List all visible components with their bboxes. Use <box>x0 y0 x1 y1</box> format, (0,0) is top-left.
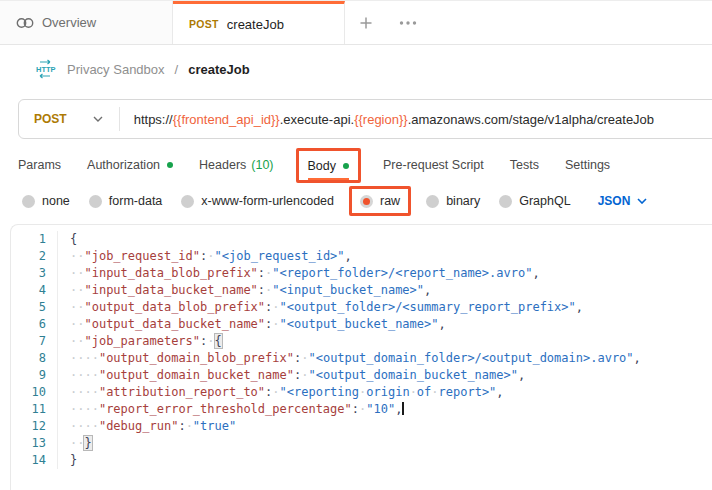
request-tabs: ParamsAuthorizationHeaders(10)BodyPre-re… <box>0 146 712 184</box>
request-url-bar: POST https://{{frontend_api_id}}.execute… <box>18 99 712 139</box>
whitespace-dots: ·· <box>70 266 84 280</box>
whitespace-dots: · <box>272 317 279 331</box>
ellipsis-icon <box>399 21 417 25</box>
modified-indicator-dot <box>167 162 173 168</box>
code-line: 6··"output_data_bucket_name":·"<output_b… <box>11 316 712 333</box>
json-key: "input_data_bucket_name" <box>84 283 257 297</box>
code-content: ····"output_domain_blob_prefix":·"<outpu… <box>57 350 641 367</box>
request-tab-authorization[interactable]: Authorization <box>87 158 173 172</box>
json-value: origin <box>366 385 409 399</box>
request-tab-label: Headers <box>199 158 246 172</box>
language-dropdown[interactable]: JSON <box>598 194 648 208</box>
code-content: ··"output_data_bucket_name":·"<output_bu… <box>57 316 446 333</box>
json-key: "output_domain_blob_prefix" <box>99 351 294 365</box>
whitespace-dots: ·· <box>70 436 84 450</box>
code-line: 12····"debug_run":·"true" <box>11 418 712 435</box>
json-punctuation: , <box>532 266 539 280</box>
modified-indicator-dot <box>343 163 349 169</box>
request-tab-body[interactable]: Body <box>308 159 350 173</box>
postman-request-window: Overview POST createJob <box>0 0 712 490</box>
code-content: ··"input_data_blob_prefix":·"<report_fol… <box>57 265 540 282</box>
json-punctuation: { <box>70 232 77 246</box>
json-key: "attribution_report_to" <box>99 385 265 399</box>
body-type-x-www-form-urlencoded[interactable]: x-www-form-urlencoded <box>181 194 334 208</box>
json-key: "output_data_blob_prefix" <box>84 300 265 314</box>
whitespace-dots: · <box>272 300 279 314</box>
body-editor[interactable]: 1{2··"job_request_id":·"<job_request_id>… <box>10 224 712 490</box>
breadcrumb-separator: / <box>175 62 179 77</box>
json-value: "<output_domain_bucket_name>" <box>308 368 518 382</box>
body-type-graphql[interactable]: GraphQL <box>499 194 570 208</box>
json-value: "true" <box>193 419 236 433</box>
body-type-form-data[interactable]: form-data <box>89 194 163 208</box>
json-key: "report_error_threshold_percentage" <box>99 402 352 416</box>
code-content: } <box>57 452 77 469</box>
json-value: report>" <box>439 385 497 399</box>
whitespace-dots: ···· <box>70 351 99 365</box>
line-number: 5 <box>11 299 57 316</box>
json-key: "job_request_id" <box>84 249 200 263</box>
code-content: ··"job_parameters":·{ <box>57 333 222 350</box>
code-line: 10····"attribution_report_to":·"<reporti… <box>11 384 712 401</box>
url-text-segment: .amazonaws.com/stage/v1alpha/createJob <box>408 112 654 127</box>
radio-icon <box>22 195 35 208</box>
code-line: 1{ <box>11 231 712 248</box>
request-tab-label: Tests <box>510 158 539 172</box>
request-tab-params[interactable]: Params <box>18 158 61 172</box>
line-number: 6 <box>11 316 57 333</box>
json-punctuation: , <box>345 249 352 263</box>
whitespace-dots: · <box>410 385 417 399</box>
url-divider <box>119 107 120 131</box>
code-content: { <box>57 231 77 248</box>
json-punctuation: } <box>70 453 77 467</box>
body-type-label: none <box>42 194 70 208</box>
tab-overview[interactable]: Overview <box>0 1 173 44</box>
body-type-label: form-data <box>109 194 163 208</box>
active-tab-underline <box>308 178 350 180</box>
method-dropdown[interactable]: POST <box>19 112 119 126</box>
json-punctuation: : <box>258 266 265 280</box>
code-line: 2··"job_request_id":·"<job_request_id>", <box>11 248 712 265</box>
json-value: "<output_bucket_name>" <box>280 317 439 331</box>
radio-icon <box>499 195 512 208</box>
whitespace-dots: ·· <box>70 300 84 314</box>
breadcrumb-request-name[interactable]: createJob <box>188 62 249 77</box>
body-type-raw[interactable]: raw <box>360 194 400 208</box>
radio-selected-icon <box>360 195 373 208</box>
code-content: ····"attribution_report_to":·"<reporting… <box>57 384 504 401</box>
line-number: 14 <box>11 452 57 469</box>
whitespace-dots: ·· <box>70 249 84 263</box>
code-content: ··"job_request_id":·"<job_request_id>", <box>57 248 352 265</box>
line-number: 8 <box>11 350 57 367</box>
request-tab-pre-request-script[interactable]: Pre-request Script <box>383 158 484 172</box>
json-value: "<output_domain_folder>/<output_domain>.… <box>308 351 633 365</box>
whitespace-dots: ·· <box>70 283 84 297</box>
tab-method-badge: POST <box>189 18 219 30</box>
annotation-highlight-raw-radio: raw <box>349 186 411 216</box>
whitespace-dots: · <box>207 334 214 348</box>
url-template-variable: {{region}} <box>354 112 408 127</box>
body-type-none[interactable]: none <box>22 194 70 208</box>
breadcrumb-collection[interactable]: Privacy Sandbox <box>67 62 165 77</box>
language-dropdown-value: JSON <box>598 194 631 208</box>
json-brace-matched: } <box>84 436 91 450</box>
request-tab-settings[interactable]: Settings <box>565 158 610 172</box>
code-line: 14} <box>11 452 712 469</box>
line-number: 7 <box>11 333 57 350</box>
url-input[interactable]: https://{{frontend_api_id}}.execute-api.… <box>134 112 654 127</box>
request-tab-tests[interactable]: Tests <box>510 158 539 172</box>
more-options-button[interactable] <box>387 1 429 44</box>
line-number: 11 <box>11 401 57 418</box>
body-type-label: GraphQL <box>519 194 570 208</box>
request-tab-headers[interactable]: Headers(10) <box>199 158 273 172</box>
line-number: 4 <box>11 282 57 299</box>
text-cursor <box>402 402 404 415</box>
body-type-binary[interactable]: binary <box>426 194 480 208</box>
tab-create-job[interactable]: POST createJob <box>173 1 345 44</box>
json-key: "output_domain_bucket_name" <box>99 368 294 382</box>
line-number: 13 <box>11 435 57 452</box>
whitespace-dots: ···· <box>70 402 99 416</box>
line-number: 1 <box>11 231 57 248</box>
json-punctuation: : <box>178 419 185 433</box>
new-tab-button[interactable] <box>345 1 387 44</box>
